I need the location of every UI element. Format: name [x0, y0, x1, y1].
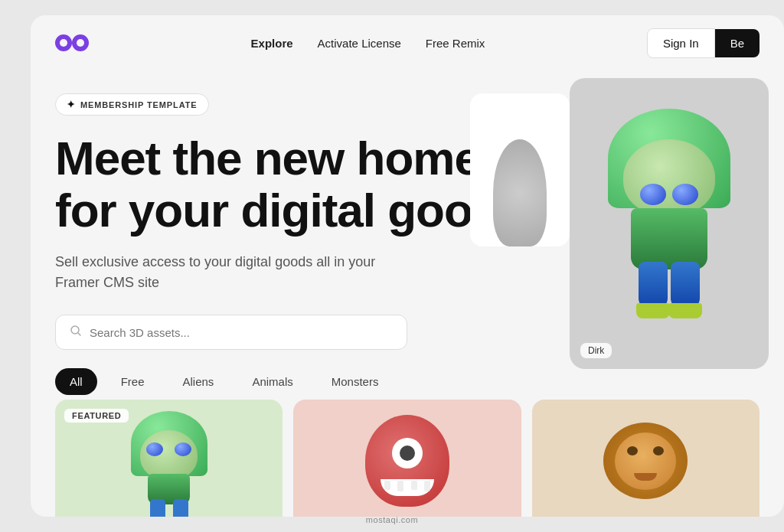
nav-activate-license[interactable]: Activate License — [318, 37, 401, 50]
big-alien-leg-right — [671, 262, 700, 308]
card-label: Dirk — [580, 343, 612, 358]
watermark: mostaqi.com — [366, 515, 418, 524]
big-alien-eye-right — [640, 184, 666, 205]
hero-card-main: Dirk — [570, 78, 769, 369]
badge-icon: ✦ — [67, 99, 76, 110]
featured-section: FEATURED — [31, 400, 784, 517]
svg-point-3 — [77, 39, 84, 47]
search-input[interactable] — [90, 326, 393, 339]
big-alien — [585, 109, 753, 369]
featured-card-2[interactable] — [293, 400, 521, 517]
nav-explore[interactable]: Explore — [251, 37, 293, 50]
be-button[interactable]: Be — [715, 29, 760, 57]
filter-free[interactable]: Free — [106, 368, 159, 395]
main-card: Explore Activate License Free Remix Sign… — [31, 15, 784, 517]
featured-badge: FEATURED — [64, 409, 129, 423]
big-alien-shoe-left — [636, 303, 670, 318]
membership-badge: ✦ MEMBERSHIP TEMPLATE — [55, 93, 209, 116]
nav-free-remix[interactable]: Free Remix — [426, 37, 485, 50]
nav-links: Explore Activate License Free Remix — [251, 37, 485, 50]
hero-subtitle: Sell exclusive access to your digital go… — [55, 252, 407, 293]
filter-animals[interactable]: Animals — [237, 368, 307, 395]
big-alien-leg-left — [639, 262, 668, 308]
big-alien-shoe-right — [668, 303, 702, 318]
nav-actions: Sign In Be — [647, 28, 760, 58]
logo[interactable] — [55, 33, 89, 53]
signin-button[interactable]: Sign In — [647, 28, 715, 58]
search-icon — [70, 325, 82, 340]
navbar: Explore Activate License Free Remix Sign… — [31, 15, 784, 70]
hero-images: Dirk — [462, 70, 784, 392]
big-alien-head — [623, 139, 715, 216]
hero-card-left — [470, 93, 570, 246]
filter-all[interactable]: All — [55, 368, 97, 395]
featured-card-1[interactable]: FEATURED — [55, 400, 283, 517]
svg-point-2 — [60, 39, 67, 47]
filter-monsters[interactable]: Monsters — [317, 368, 394, 395]
big-alien-eye-left — [672, 184, 698, 205]
badge-label: MEMBERSHIP TEMPLATE — [80, 100, 198, 109]
big-alien-body — [631, 208, 707, 269]
search-bar[interactable] — [55, 315, 407, 350]
filter-aliens[interactable]: Aliens — [168, 368, 229, 395]
hero-section: ✦ MEMBERSHIP TEMPLATE Meet the new home … — [31, 70, 784, 392]
featured-card-3[interactable] — [532, 400, 760, 517]
